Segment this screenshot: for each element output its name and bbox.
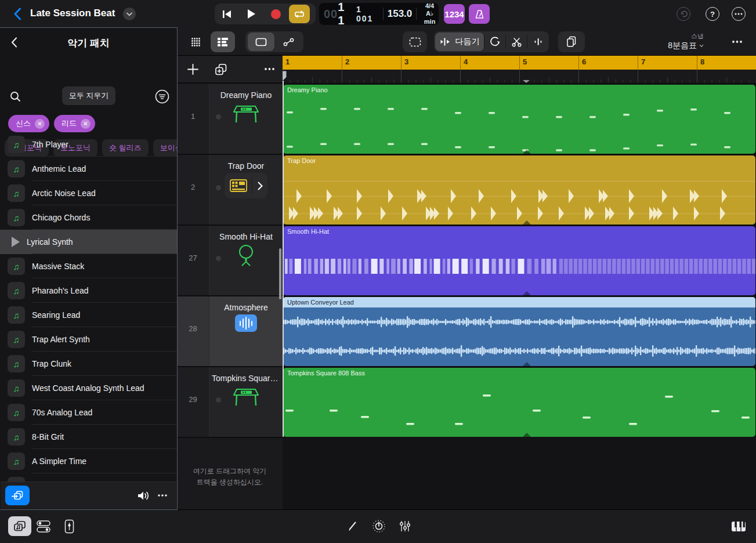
preview-volume-icon[interactable] <box>136 487 152 504</box>
more-options-icon[interactable] <box>732 7 746 21</box>
ruler-bar-cell[interactable]: 4 <box>460 56 519 70</box>
record-enable-dot <box>216 256 221 261</box>
region[interactable]: Uptown Conveyor Lead <box>283 297 755 366</box>
patch-name: Arctic Noise Lead <box>32 189 96 198</box>
track-header[interactable]: 27Smooth Hi-Hat <box>177 226 283 296</box>
patch-row[interactable]: ♫Trap Alert Synth <box>0 327 177 352</box>
browser-more-icon[interactable] <box>152 487 173 504</box>
go-to-beginning-button[interactable] <box>215 3 239 24</box>
plugins-toggle-icon[interactable] <box>62 518 76 534</box>
undo-icon[interactable] <box>677 7 690 21</box>
duplicate-track-button[interactable] <box>211 59 230 79</box>
toolbar-more-icon[interactable] <box>728 36 746 48</box>
add-track-button[interactable] <box>183 59 202 79</box>
patch-row[interactable]: Lyrical Synth <box>0 230 177 254</box>
back-chevron-icon[interactable] <box>10 7 24 21</box>
patch-row[interactable]: ♫Trap Clunk <box>0 352 177 376</box>
patch-name: Pharaoh's Lead <box>32 286 89 295</box>
patch-row[interactable]: ♫Chicago Chords <box>0 205 177 230</box>
track-header-main[interactable]: Smooth Hi-Hat <box>209 226 283 295</box>
faders-icon[interactable] <box>398 519 412 534</box>
play-button[interactable] <box>239 3 263 24</box>
lcd-leading-zeros: 00 <box>324 8 338 21</box>
pencil-edit-icon[interactable] <box>346 519 360 533</box>
playhead-handle[interactable] <box>283 70 287 81</box>
tempo-knob-icon[interactable] <box>371 519 386 534</box>
automation-tool[interactable] <box>274 32 302 51</box>
patch-row[interactable]: ♫A Simpler Time <box>0 449 177 473</box>
region[interactable]: Tompkins Square 808 Bass <box>283 368 755 437</box>
project-title[interactable]: Late Session Beat <box>30 8 115 19</box>
remove-filter-icon[interactable]: ✕ <box>35 119 45 129</box>
region[interactable]: Dreamy Piano <box>283 85 755 154</box>
track-header-main[interactable]: Atmosphere <box>209 296 283 366</box>
load-patch-button[interactable] <box>5 486 30 505</box>
copy-button[interactable] <box>558 31 585 52</box>
title-dropdown-chevron-icon[interactable] <box>123 8 136 20</box>
lcd-display[interactable]: 00 1 1 1 001 153.0 4/4 A♭ min <box>319 3 439 25</box>
track-scrollbar-thumb[interactable] <box>279 248 281 299</box>
clear-all-button[interactable]: 모두 지우기 <box>62 86 115 105</box>
search-icon[interactable] <box>8 89 22 103</box>
ruler-bar-cell[interactable]: 7 <box>638 56 697 70</box>
track-drop-zone[interactable]: 여기로 드래그하여 악기 트랙을 생성하십시오. <box>177 438 283 509</box>
filter-pill[interactable]: 신스✕ <box>8 115 49 132</box>
playhead-line[interactable] <box>283 71 284 437</box>
region[interactable]: Trap Door <box>283 155 755 225</box>
track-header[interactable]: 29Tompkins Square 808 Bass <box>177 367 283 438</box>
region-content <box>283 297 755 366</box>
track-header[interactable]: 2Trap Door <box>177 155 283 226</box>
patch-row[interactable]: ♫Massive Stack <box>0 254 177 278</box>
patch-row[interactable]: ♫Arctic Noise Lead <box>0 181 177 205</box>
record-button[interactable] <box>263 3 288 24</box>
music-note-icon: ♫ <box>8 428 25 446</box>
remove-filter-icon[interactable]: ✕ <box>81 119 91 129</box>
disclosure-chevron-icon[interactable] <box>252 182 267 190</box>
ruler-bar-cell[interactable]: 6 <box>578 56 638 70</box>
music-note-icon: ♫ <box>8 184 25 202</box>
ruler-bar-cell[interactable]: 2 <box>342 56 401 70</box>
filter-pill-label: 신스 <box>16 118 31 129</box>
ruler-bar-cell[interactable]: 5 <box>519 56 578 70</box>
patch-row[interactable]: ♫West Coast Analog Synth Lead <box>0 376 177 400</box>
region[interactable]: Smooth Hi-Hat <box>283 226 755 295</box>
split-scissors-button[interactable] <box>506 32 527 51</box>
marquee-tool-button[interactable] <box>403 31 427 52</box>
track-more-icon[interactable] <box>259 59 279 79</box>
divide-tool-button[interactable] <box>527 32 549 51</box>
filter-pill[interactable]: 리드✕ <box>54 115 95 132</box>
patch-row[interactable]: ♫8-Bit Grit <box>0 425 177 449</box>
tracks-view-icon[interactable] <box>211 31 235 52</box>
track-name: Dreamy Piano <box>209 91 283 100</box>
help-icon[interactable]: ? <box>706 7 719 21</box>
patch-row[interactable]: ♫Anthemic Lead <box>0 157 177 181</box>
patch-row[interactable]: ♫Searing Lead <box>0 303 177 327</box>
ruler-bar-cell[interactable]: 1 <box>283 56 342 70</box>
ruler-bar-cell[interactable]: 8 <box>697 56 756 70</box>
browser-toggle-button[interactable] <box>8 516 31 536</box>
track-header[interactable]: 1Dreamy Piano <box>177 84 283 155</box>
metronome-button[interactable] <box>469 4 490 24</box>
track-header-main[interactable]: Trap Door <box>209 155 283 225</box>
top-toolbar: Late Session Beat 00 1 1 1 001 153.0 4/ <box>0 0 756 28</box>
playing-patch-icon <box>12 237 20 247</box>
loop-tool-button[interactable] <box>484 32 505 51</box>
snap-control[interactable]: 스냅 8분음표 <box>646 32 704 51</box>
grid-view-icon[interactable] <box>184 31 207 52</box>
ruler-bar-cell[interactable]: 3 <box>401 56 460 70</box>
count-in-button[interactable]: 1234 <box>444 4 465 24</box>
keyboard-toggle-icon[interactable] <box>730 519 747 534</box>
bar-ruler[interactable]: 12345678 <box>283 56 756 70</box>
track-header-main[interactable]: Tompkins Square 808 Bass <box>209 367 283 437</box>
trim-tool-button[interactable]: 다듬기 <box>435 32 484 51</box>
track-header-main[interactable]: Dreamy Piano <box>209 84 283 154</box>
ruler-ticks[interactable] <box>283 70 756 83</box>
cycle-loop-button[interactable] <box>289 5 310 23</box>
patch-row[interactable]: ♫Pharaoh's Lead <box>0 278 177 303</box>
patch-row[interactable]: ♫7th Player <box>0 132 177 157</box>
filter-icon[interactable] <box>154 89 169 104</box>
region-select-tool[interactable] <box>248 32 274 51</box>
patch-row[interactable]: ♫70s Analog Lead <box>0 400 177 425</box>
track-header[interactable]: 28Atmosphere <box>177 296 283 367</box>
mixer-toggle-icon[interactable] <box>36 519 51 534</box>
